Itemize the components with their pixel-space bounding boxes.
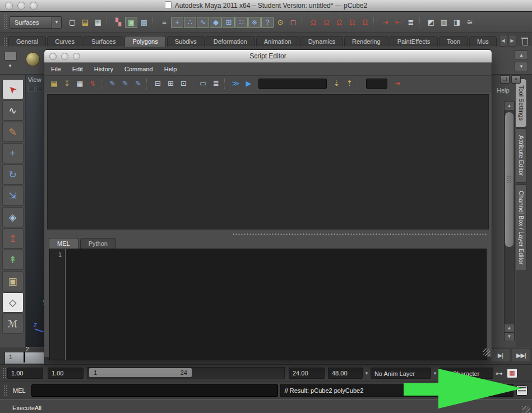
shelf-scroll-down-icon[interactable]: ▼	[515, 62, 528, 71]
mask-points-icon[interactable]: +	[171, 17, 183, 28]
search-up-icon[interactable]: ⇡	[343, 78, 356, 89]
snap-to-curve-icon[interactable]: Ω	[320, 17, 332, 28]
shelf-tab[interactable]: Subdivs	[167, 36, 205, 47]
shelf-tab[interactable]: Deformation	[206, 36, 255, 47]
scale-tool[interactable]: ⇲	[2, 186, 24, 206]
clear-all-icon[interactable]: ✎	[132, 78, 145, 89]
chevron-down-icon[interactable]: ▼	[364, 371, 369, 376]
single-pane-layout-button[interactable]: ◇	[2, 292, 24, 313]
script-editor-resize-grip[interactable]	[483, 348, 490, 356]
construction-history-icon[interactable]: ≣	[405, 17, 417, 28]
output-connections-icon[interactable]: ⇤	[392, 17, 404, 28]
shelf-tab[interactable]: Polygons	[124, 36, 165, 47]
status-line-grip[interactable]	[3, 14, 7, 31]
time-slider[interactable]: 2 1	[4, 347, 44, 364]
show-history-pane-icon[interactable]: ⊞	[164, 78, 177, 89]
viewport-toolbar-icon[interactable]	[28, 86, 35, 92]
render-settings-icon[interactable]: ≋	[464, 17, 476, 28]
animation-start-field[interactable]	[7, 368, 43, 379]
execute-icon[interactable]: ▶	[242, 78, 255, 89]
save-scene-icon[interactable]: ▦	[92, 17, 104, 28]
scroll-up-icon[interactable]: ▲	[505, 102, 514, 110]
playback-end-field[interactable]	[289, 368, 325, 379]
shelf-tab[interactable]: Toon	[439, 36, 468, 47]
clear-input-icon[interactable]: ✎	[119, 78, 132, 89]
select-hierarchy-icon[interactable]: ▚	[112, 17, 124, 28]
pane-splitter[interactable]	[44, 232, 492, 236]
show-input-pane-icon[interactable]: ⊡	[177, 78, 190, 89]
universal-manipulator-tool[interactable]: ◈	[2, 207, 24, 227]
goto-line-field[interactable]	[366, 79, 387, 89]
show-manipulator-tool[interactable]: ↟	[2, 250, 24, 270]
search-input[interactable]	[258, 79, 327, 89]
open-scene-icon[interactable]: ▤	[79, 17, 91, 28]
snap-to-point-icon[interactable]: Ω	[333, 17, 345, 28]
new-scene-icon[interactable]: ▢	[66, 17, 78, 28]
lasso-select-tool[interactable]: ∿	[2, 100, 24, 121]
show-both-panes-icon[interactable]: ⊟	[151, 78, 164, 89]
save-script-icon[interactable]: ▦	[73, 78, 86, 89]
scroll-up-icon[interactable]: ▲	[505, 324, 514, 332]
shelf-item-sphere-icon[interactable]	[26, 52, 40, 66]
shelf-tab[interactable]: Mus	[469, 36, 497, 47]
paint-select-tool[interactable]: ✎	[2, 122, 24, 142]
lock-icon[interactable]: ⊙	[274, 17, 286, 28]
maya-logo-icon[interactable]: ℳ	[2, 314, 24, 334]
playback-start-field[interactable]	[48, 368, 84, 379]
mask-handles-icon[interactable]: ∴	[184, 17, 196, 28]
script-history-pane[interactable]	[47, 94, 489, 230]
make-live-icon[interactable]: Ω	[359, 17, 371, 28]
current-time-indicator[interactable]	[24, 352, 25, 362]
script-language-tab[interactable]: Python	[80, 238, 116, 249]
echo-all-commands-icon[interactable]: ▭	[197, 78, 210, 89]
range-slider-grip[interactable]	[2, 368, 6, 379]
mask-misc-icon[interactable]: ?	[261, 17, 274, 28]
clear-history-icon[interactable]: ✎	[106, 78, 119, 89]
script-editor-menu-item[interactable]: History	[94, 66, 113, 72]
chevron-down-icon[interactable]: ▼	[52, 17, 61, 28]
close-panel-icon[interactable]: ×	[511, 75, 521, 84]
tabs-scroll-left-icon[interactable]: ◀	[499, 35, 507, 47]
ipr-render-icon[interactable]: ◨	[451, 17, 463, 28]
select-object-icon[interactable]: ▣	[125, 17, 137, 28]
range-slider-track[interactable]: 1 24	[87, 367, 285, 379]
save-to-shelf-icon[interactable]: ↯	[86, 78, 99, 89]
select-tool[interactable]: ➤	[2, 79, 24, 99]
mask-rendering-icon[interactable]: ※	[248, 17, 261, 28]
step-forward-button[interactable]: ▶|	[491, 349, 510, 361]
load-script-icon[interactable]: ▤	[48, 78, 61, 89]
soft-modification-tool[interactable]: ↥	[2, 228, 24, 249]
shelf-tab[interactable]: Curves	[47, 36, 82, 47]
mask-curves-icon[interactable]: ∿	[197, 17, 209, 28]
shelf-tab[interactable]: Dynamics	[300, 36, 343, 47]
script-language-tab[interactable]: MEL	[49, 238, 78, 249]
script-editor-titlebar[interactable]: Script Editor	[44, 50, 492, 63]
search-down-icon[interactable]: ⇣	[330, 78, 343, 89]
mask-deformations-icon[interactable]: ⊞	[223, 17, 235, 28]
script-editor-menu-item[interactable]: Edit	[72, 66, 83, 72]
script-editor-menu-item[interactable]: Help	[164, 66, 177, 72]
panel-scrollbar[interactable]: ▲ ▲ ▼	[504, 102, 515, 341]
dock-tab[interactable]: Attribute Editor	[516, 129, 527, 183]
snap-to-grid-icon[interactable]: Ω	[307, 17, 320, 28]
undock-panel-icon[interactable]: ❏	[500, 75, 510, 84]
viewport-view-menu[interactable]: View	[28, 76, 41, 83]
tabs-grip[interactable]	[3, 38, 7, 47]
script-editor-menu-item[interactable]: Command	[124, 66, 153, 72]
show-line-numbers-icon[interactable]: ≣	[210, 78, 223, 89]
viewport-toolbar-icon[interactable]	[36, 86, 43, 92]
mask-dynamics-icon[interactable]: ∷	[235, 17, 248, 28]
command-line-language-label[interactable]: MEL	[13, 387, 26, 394]
shelf-switcher-cell[interactable]	[4, 51, 17, 61]
script-input-pane[interactable]: 1	[49, 249, 487, 360]
chevron-down-icon[interactable]: ▼	[4, 62, 16, 70]
go-to-end-button[interactable]: ▶▶|	[512, 349, 530, 361]
shelf-tab[interactable]: Rendering	[344, 36, 388, 47]
menu-set-selector[interactable]: Surfaces ▼	[10, 16, 62, 29]
shelf-tab[interactable]: General	[8, 36, 46, 47]
script-editor-menu-item[interactable]: File	[51, 66, 61, 72]
command-line-grip[interactable]	[3, 385, 7, 396]
snap-to-view-plane-icon[interactable]: Ω	[346, 17, 358, 28]
shelf-tab[interactable]: Animation	[256, 36, 299, 47]
range-slider-thumb[interactable]: 1 24	[89, 368, 192, 377]
